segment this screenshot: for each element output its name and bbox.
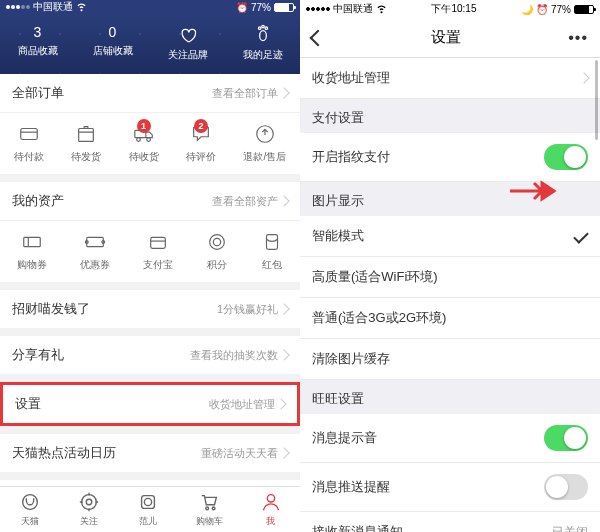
chevron-right-icon <box>278 447 289 458</box>
hdr-footprint[interactable]: 我的足迹 <box>243 24 283 62</box>
svg-rect-17 <box>267 235 278 250</box>
svg-point-16 <box>213 238 220 245</box>
svg-rect-21 <box>141 496 154 509</box>
svg-rect-11 <box>87 237 104 246</box>
annotation-arrow <box>508 178 558 204</box>
tab-me[interactable]: 我 <box>260 491 282 528</box>
svg-point-20 <box>86 499 92 505</box>
asset-voucher[interactable]: 购物券 <box>17 231 47 272</box>
row-address[interactable]: 收货地址管理 <box>300 58 600 99</box>
tab-bar: 天猫 关注 范儿 购物车 我 <box>0 486 300 532</box>
svg-point-0 <box>259 31 266 41</box>
asset-strip: 购物券 优惠券 支付宝 积分 红包 <box>0 221 300 282</box>
asset-points[interactable]: 积分 <box>206 231 228 272</box>
carrier: 中国联通 <box>33 0 73 14</box>
order-refund[interactable]: 退款/售后 <box>243 123 286 164</box>
row-normal[interactable]: 普通(适合3G或2G环境) <box>300 298 600 339</box>
chevron-right-icon <box>278 349 289 360</box>
order-pending-ship[interactable]: 待发货 <box>71 123 101 164</box>
row-push[interactable]: 消息推送提醒 <box>300 463 600 512</box>
svg-rect-4 <box>20 129 37 140</box>
wifi-icon <box>76 1 87 14</box>
svg-rect-5 <box>79 129 94 142</box>
profile-header: 3 商品收藏 0 店铺收藏 关注品牌 我的足迹 <box>0 14 300 74</box>
chevron-right-icon <box>278 303 289 314</box>
battery-icon <box>574 5 594 14</box>
svg-point-8 <box>146 138 150 142</box>
tab-follow[interactable]: 关注 <box>78 491 100 528</box>
row-clearcache[interactable]: 清除图片缓存 <box>300 339 600 380</box>
page-title: 设置 <box>431 28 461 47</box>
signal-dots <box>6 5 30 9</box>
order-strip: 待付款 待发货 1 待收货 2 待评价 退款/售后 <box>0 113 300 174</box>
asset-alipay[interactable]: 支付宝 <box>143 231 173 272</box>
scroll-indicator <box>595 60 598 140</box>
asset-redpacket[interactable]: 红包 <box>261 231 283 272</box>
dnd-icon: 🌙 <box>521 4 533 15</box>
status-bar: 中国联通 ⏰ 77% <box>0 0 300 14</box>
svg-point-2 <box>261 25 264 28</box>
nav-header: 设置 ••• <box>300 18 600 58</box>
chevron-right-icon <box>578 72 589 83</box>
svg-point-22 <box>144 498 151 505</box>
row-fingerprint[interactable]: 开启指纹支付 <box>300 133 600 182</box>
svg-point-24 <box>212 507 215 510</box>
chevron-right-icon <box>278 87 289 98</box>
toggle-fingerprint[interactable] <box>544 144 588 170</box>
badge: 1 <box>137 119 151 133</box>
battery-pct: 77% <box>551 4 571 15</box>
hdr-fav-shops[interactable]: 0 店铺收藏 <box>93 24 133 62</box>
svg-point-19 <box>81 495 96 510</box>
tab-cart[interactable]: 购物车 <box>196 491 223 528</box>
svg-point-7 <box>136 138 140 142</box>
back-icon[interactable] <box>310 29 327 46</box>
row-smart[interactable]: 智能模式 <box>300 216 600 257</box>
row-share[interactable]: 分享有礼 查看我的抽奖次数 <box>0 336 300 374</box>
chevron-right-icon <box>275 398 286 409</box>
row-receive[interactable]: 接收新消息通知 已关闭 <box>300 512 600 532</box>
badge: 2 <box>194 119 208 133</box>
hdr-brands[interactable]: 关注品牌 <box>168 24 208 62</box>
order-pending-receive[interactable]: 1 待收货 <box>129 123 159 164</box>
row-sound[interactable]: 消息提示音 <box>300 414 600 463</box>
carrier: 中国联通 <box>333 2 373 16</box>
asset-coupon[interactable]: 优惠券 <box>80 231 110 272</box>
alarm-icon: ⏰ <box>236 2 248 13</box>
toggle-sound[interactable] <box>544 425 588 451</box>
svg-point-15 <box>210 235 225 250</box>
more-icon[interactable]: ••• <box>568 29 588 47</box>
row-calendar[interactable]: 天猫热点活动日历 重磅活动天天看 <box>0 434 300 472</box>
svg-point-18 <box>22 495 37 510</box>
signal-dots <box>306 7 330 11</box>
battery-icon <box>274 3 294 12</box>
svg-rect-10 <box>23 237 40 246</box>
sec-wangwang: 旺旺设置 <box>300 380 600 414</box>
tab-tmall[interactable]: 天猫 <box>19 491 41 528</box>
tab-faner[interactable]: 范儿 <box>137 491 159 528</box>
my-assets-row[interactable]: 我的资产 查看全部资产 <box>0 182 300 221</box>
status-bar: 中国联通 下午10:15 🌙 ⏰ 77% <box>300 0 600 18</box>
sec-payment: 支付设置 <box>300 99 600 133</box>
order-pending-pay[interactable]: 待付款 <box>14 123 44 164</box>
battery-pct: 77% <box>251 2 271 13</box>
all-orders-row[interactable]: 全部订单 查看全部订单 <box>0 74 300 113</box>
alarm-icon: ⏰ <box>536 4 548 15</box>
svg-point-23 <box>206 507 209 510</box>
hdr-fav-goods[interactable]: 3 商品收藏 <box>18 24 58 62</box>
row-hq[interactable]: 高质量(适合WiFi环境) <box>300 257 600 298</box>
row-zhaocaimiao[interactable]: 招财喵发钱了 1分钱赢好礼 <box>0 290 300 328</box>
time: 下午10:15 <box>387 2 521 16</box>
chevron-right-icon <box>278 195 289 206</box>
svg-point-3 <box>265 27 268 30</box>
wifi-icon <box>376 3 387 16</box>
svg-point-25 <box>267 495 274 502</box>
svg-rect-14 <box>151 237 166 248</box>
toggle-push[interactable] <box>544 474 588 500</box>
order-pending-review[interactable]: 2 待评价 <box>186 123 216 164</box>
check-icon <box>573 228 589 244</box>
svg-point-1 <box>258 27 261 30</box>
row-settings[interactable]: 设置 收货地址管理 <box>3 385 297 423</box>
